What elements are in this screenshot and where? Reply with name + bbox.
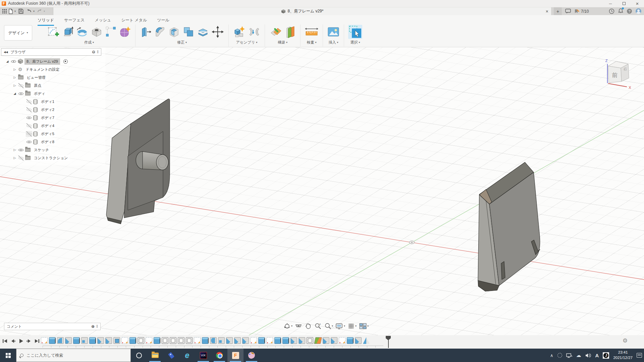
create-group-label[interactable]: 作成▾ xyxy=(84,40,94,45)
look-at-button[interactable] xyxy=(294,322,303,330)
taskbar-clock[interactable]: 23:41 2021/12/27 xyxy=(613,350,633,360)
browser-grip-icon[interactable]: ‖ xyxy=(97,50,99,54)
pan-button[interactable] xyxy=(304,322,313,330)
timeline-feature-sketch[interactable] xyxy=(266,337,273,344)
visibility-eye-icon[interactable] xyxy=(26,99,32,104)
browser-item-body1[interactable]: ボディ1 xyxy=(0,98,105,106)
fillet-button[interactable] xyxy=(153,25,166,38)
timeline-feature-extrude[interactable] xyxy=(258,337,265,344)
browser-item-body7[interactable]: ボディ7 xyxy=(0,114,105,122)
taskbar-app-chrome[interactable] xyxy=(211,349,227,362)
file-menu-caret-icon[interactable]: ▾ xyxy=(14,10,16,13)
timeline-feature-combine[interactable] xyxy=(113,337,120,344)
insert-group-label[interactable]: 挿入▾ xyxy=(328,40,338,45)
browser-minimize-icon[interactable]: ⊖ xyxy=(92,50,95,54)
timeline-feature-chamfer[interactable] xyxy=(290,337,297,344)
network-icon[interactable] xyxy=(566,353,572,358)
timeline-feature-chamfer[interactable] xyxy=(299,337,305,344)
offset-plane-button[interactable] xyxy=(284,25,296,38)
timeline-feature-extrude[interactable] xyxy=(73,337,80,344)
fit-caret-icon[interactable]: ▾ xyxy=(332,325,333,327)
account-avatar[interactable] xyxy=(636,8,641,14)
visibility-eye-icon[interactable] xyxy=(26,107,32,112)
zoom-button[interactable]: ± xyxy=(314,322,322,330)
timeline-feature-sketch[interactable] xyxy=(41,337,48,344)
ime-mode-indicator[interactable]: A xyxy=(595,353,599,358)
browser-item-sketches[interactable]: ▷ スケッチ xyxy=(0,146,105,154)
viewports-button[interactable]: ▾ xyxy=(358,322,369,330)
taskbar-search-input[interactable]: ここに入力して検索 xyxy=(16,349,131,362)
insert-image-button[interactable] xyxy=(327,26,340,38)
expander-icon[interactable]: ▷ xyxy=(13,76,17,79)
timeline-settings-gear-icon[interactable]: ⚙ xyxy=(623,338,628,344)
expander-icon[interactable]: ▷ xyxy=(13,68,17,71)
timeline-feature-chamfer[interactable] xyxy=(105,337,112,344)
taskbar-app-vix[interactable]: ViX xyxy=(195,349,211,362)
timeline-feature-extrude[interactable] xyxy=(154,337,160,344)
display-settings-button[interactable]: ▾ xyxy=(335,322,346,330)
browser-item-construction[interactable]: ▷ コンストラクション xyxy=(0,154,105,162)
workspace-selector[interactable]: デザイン ▾ xyxy=(4,25,32,41)
browser-item-body8[interactable]: ボディ8 xyxy=(0,138,105,146)
document-tab-close-icon[interactable]: × xyxy=(546,7,548,15)
move-copy-button[interactable] xyxy=(211,25,224,38)
construct-group-label[interactable]: 構築▾ xyxy=(278,40,287,45)
new-component-button[interactable] xyxy=(233,25,246,38)
redo-icon[interactable] xyxy=(37,9,42,14)
orbit-caret-icon[interactable]: ▾ xyxy=(291,325,292,327)
viewports-caret-icon[interactable]: ▾ xyxy=(367,325,369,327)
shell-button[interactable] xyxy=(168,25,180,38)
orbit-button[interactable]: ▾ xyxy=(283,322,293,330)
browser-item-origin[interactable]: ▷ 原点 xyxy=(0,81,105,89)
browser-item-named-views[interactable]: ▷ ビュー管理 xyxy=(0,73,105,81)
timeline-feature-frame[interactable] xyxy=(178,337,184,344)
browser-item-body5[interactable]: ボディ5 xyxy=(0,130,105,138)
taskbar-app-file-explorer[interactable] xyxy=(147,349,163,362)
timeline-feature-extrude[interactable] xyxy=(49,337,56,344)
visibility-eye-icon[interactable] xyxy=(18,156,24,161)
timeline-feature-sketch[interactable] xyxy=(146,337,152,344)
go-to-start-button[interactable] xyxy=(2,338,8,344)
timeline-feature-chamfer[interactable] xyxy=(323,337,329,344)
timeline-feature-extrude[interactable] xyxy=(89,337,96,344)
timeline-feature-frame[interactable] xyxy=(162,337,168,344)
hole-button[interactable] xyxy=(90,25,103,38)
taskbar-app-internet-explorer[interactable]: e xyxy=(179,349,195,362)
combine-button[interactable] xyxy=(182,25,195,38)
timeline-feature-chamfer[interactable] xyxy=(331,337,337,344)
comment-bar[interactable]: コメント ⊕‖ xyxy=(4,323,101,330)
minimize-button[interactable]: ─ xyxy=(604,0,617,7)
press-pull-button[interactable] xyxy=(140,25,152,38)
close-button[interactable]: × xyxy=(631,0,644,7)
timeline-feature-frame[interactable] xyxy=(170,337,176,344)
fit-button[interactable]: ▾ xyxy=(323,322,334,330)
undo-caret-icon[interactable]: ▾ xyxy=(33,10,35,13)
assemble-group-label[interactable]: アセンブリ▾ xyxy=(236,40,257,45)
visibility-eye-icon[interactable] xyxy=(18,83,24,88)
timeline-feature-corner[interactable] xyxy=(81,337,88,344)
taskbar-app-label-tool[interactable] xyxy=(163,349,179,362)
body-left-shoulder-frame[interactable] xyxy=(106,99,170,224)
app-grid-menu-icon[interactable] xyxy=(2,9,7,14)
hidden-icons-chevron[interactable]: ∧ xyxy=(550,353,553,358)
visibility-eye-icon[interactable] xyxy=(11,59,16,64)
taskbar-app-fusion-360[interactable]: F xyxy=(227,349,244,362)
visibility-eye-icon[interactable] xyxy=(18,147,24,153)
browser-item-bodies[interactable]: ◢ ボディ xyxy=(0,89,105,98)
onedrive-cloud-icon[interactable]: ☁ xyxy=(576,352,581,358)
timeline-feature-sketch[interactable] xyxy=(250,337,257,344)
display-caret-icon[interactable]: ▾ xyxy=(344,325,345,327)
active-component-radio[interactable] xyxy=(63,59,68,64)
timeline-feature-extrude[interactable] xyxy=(282,337,289,344)
expander-icon[interactable]: ◢ xyxy=(13,92,17,95)
revolve-button[interactable] xyxy=(76,25,89,38)
expander-icon[interactable]: ◢ xyxy=(5,60,9,63)
redo-caret-icon[interactable]: ▾ xyxy=(44,10,45,13)
timeline-position-marker[interactable] xyxy=(386,336,391,348)
volume-icon[interactable] xyxy=(585,353,591,358)
new-document-tab-button[interactable]: + xyxy=(554,7,562,15)
taskbar-app-paint[interactable] xyxy=(244,349,260,362)
body-right-shoulder-frame[interactable] xyxy=(478,162,540,291)
split-body-button[interactable] xyxy=(197,25,209,38)
modeling-viewport[interactable]: 前 右 Z X ◀◀ ブラウザ ⊖‖ ◢ 8、肩フレーム v29 ▷ ⚙ ドキュ… xyxy=(0,47,644,349)
